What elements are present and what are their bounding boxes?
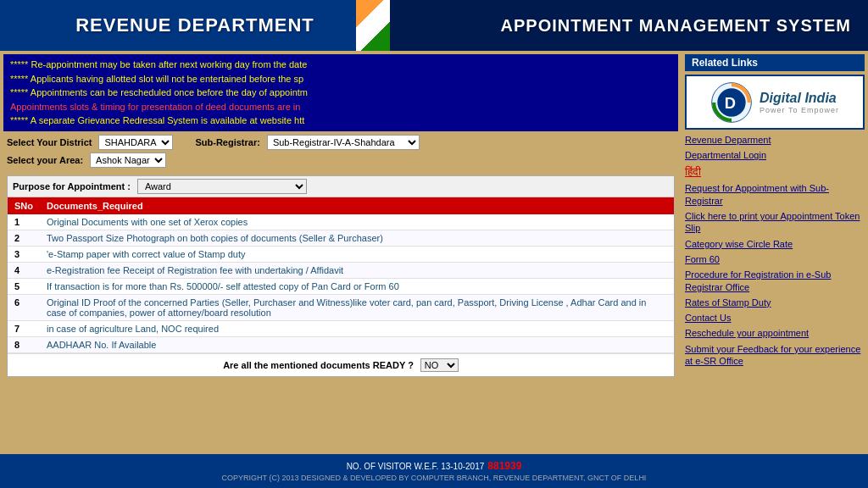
sidebar-link-5[interactable]: Category wise Circle Rate [685, 237, 865, 251]
form-row-district: Select Your District SHAHDARA Sub-Regist… [7, 135, 675, 150]
notice-bar: ***** Re-appointment may be taken after … [3, 54, 678, 131]
docs-table: SNo Documents_Required 1Original Documen… [8, 197, 674, 353]
sidebar-link-1[interactable]: Departmental Login [685, 148, 865, 162]
sidebar-link-8[interactable]: Rates of Stamp Duty [685, 296, 865, 309]
sidebar-link-0[interactable]: Revenue Deparment [685, 133, 865, 147]
sub-registrar-label: Sub-Registrar: [195, 137, 259, 147]
row-sno: 4 [8, 262, 40, 278]
sidebar-link-4[interactable]: Click here to print your Appointment Tok… [685, 209, 865, 236]
form-row-area: Select your Area: Ashok Nagar [7, 152, 675, 168]
row-sno: 7 [8, 320, 40, 336]
row-sno: 2 [8, 230, 40, 246]
sidebar-link-7[interactable]: Procedure for Registration in e-Sub Regi… [685, 268, 865, 294]
footer-copyright: COPYRIGHT (C) 2013 DESIGNED & DEVELOPED … [222, 474, 647, 482]
form-area: Select Your District SHAHDARA Sub-Regist… [3, 133, 678, 172]
digital-india-name: Digital India [760, 91, 837, 106]
header-left: REVENUE DEPARTMENT [0, 0, 390, 51]
notice-line-3: ***** Appointments can be rescheduled on… [10, 86, 671, 100]
visitor-label: NO. OF VISITOR W.E.F. 13-10-2017 [347, 462, 485, 471]
row-sno: 1 [8, 214, 40, 230]
row-doc: Original ID Proof of the concerned Parti… [40, 294, 674, 320]
table-row: 1Original Documents with one set of Xero… [8, 214, 674, 230]
row-doc: 'e-Stamp paper with correct value of Sta… [40, 246, 674, 262]
table-row: 8AADHAAR No. If Available [8, 336, 674, 352]
row-sno: 8 [8, 336, 40, 352]
district-label: Select Your District [7, 137, 92, 147]
table-header-row: SNo Documents_Required [8, 197, 674, 214]
sidebar-link-11[interactable]: Submit your Feedback for your experience… [685, 342, 865, 369]
footer-visitor: NO. OF VISITOR W.E.F. 13-10-2017 881939 [347, 460, 522, 472]
notice-line-4: Appointments slots & timing for presenta… [10, 100, 671, 114]
main-layout: ***** Re-appointment may be taken after … [0, 51, 868, 454]
district-select[interactable]: SHAHDARA [98, 135, 173, 150]
header-right: APPOINTMENT MANAGEMENT SYSTEM [390, 0, 868, 51]
purpose-label: Purpose for Appointment : [13, 181, 131, 191]
ready-row: Are all the mentioned documents READY ? … [8, 353, 674, 376]
header-right-title: APPOINTMENT MANAGEMENT SYSTEM [501, 16, 851, 36]
content-area: ***** Re-appointment may be taken after … [0, 51, 682, 454]
sidebar-link-6[interactable]: Form 60 [685, 252, 865, 266]
sidebar-link-3[interactable]: Request for Appointment with Sub-Registr… [685, 181, 865, 208]
area-label: Select your Area: [7, 155, 83, 165]
ready-select[interactable]: NO YES [420, 358, 459, 372]
notice-line-1: ***** Re-appointment may be taken after … [10, 58, 671, 72]
purpose-row: Purpose for Appointment : Award [8, 176, 674, 197]
col-docs: Documents_Required [40, 197, 674, 214]
table-row: 7in case of agriculture Land, NOC requir… [8, 320, 674, 336]
row-sno: 6 [8, 294, 40, 320]
sidebar-link-9[interactable]: Contact Us [685, 311, 865, 324]
visitor-count: 881939 [487, 460, 521, 472]
row-doc: If transaction is for more than Rs. 5000… [40, 278, 674, 294]
related-links-header: Related Links [685, 54, 865, 71]
digital-india-text: Digital India Power To Empower [760, 91, 839, 114]
footer: NO. OF VISITOR W.E.F. 13-10-2017 881939 … [0, 454, 868, 488]
sub-registrar-select[interactable]: Sub-Registrar-IV-A-Shahdara [267, 135, 420, 150]
digital-india-box: D Digital India Power To Empower [685, 75, 865, 130]
table-row: 4e-Registration fee Receipt of Registrat… [8, 262, 674, 278]
table-row: 3'e-Stamp paper with correct value of St… [8, 246, 674, 262]
notice-line-5: ***** A separate Grievance Redressal Sys… [10, 114, 671, 128]
table-row: 6Original ID Proof of the concerned Part… [8, 294, 674, 320]
row-doc: in case of agriculture Land, NOC require… [40, 320, 674, 336]
row-doc: AADHAAR No. If Available [40, 336, 674, 352]
header: REVENUE DEPARTMENT APPOINTMENT MANAGEMEN… [0, 0, 868, 51]
area-select[interactable]: Ashok Nagar [90, 152, 166, 168]
digital-india-logo: D [710, 81, 753, 124]
svg-text:D: D [725, 93, 736, 111]
digital-india-sub: Power To Empower [760, 106, 839, 114]
table-row: 5If transaction is for more than Rs. 500… [8, 278, 674, 294]
docs-section: Purpose for Appointment : Award SNo Docu… [7, 175, 675, 377]
sidebar-links: Revenue DeparmentDepartmental Loginहिंदी… [685, 133, 865, 368]
ready-label: Are all the mentioned documents READY ? [223, 360, 414, 370]
purpose-select[interactable]: Award [137, 179, 307, 194]
row-doc: e-Registration fee Receipt of Registrati… [40, 262, 674, 278]
notice-line-2: ***** Applicants having allotted slot wi… [10, 72, 671, 86]
header-left-title: REVENUE DEPARTMENT [75, 14, 314, 36]
row-sno: 3 [8, 246, 40, 262]
row-doc: Two Passport Size Photograph on both cop… [40, 230, 674, 246]
sidebar: Related Links D Digital India Power To E… [682, 51, 868, 454]
sidebar-link-10[interactable]: Reschedule your appointment [685, 326, 865, 340]
row-doc: Original Documents with one set of Xerox… [40, 214, 674, 230]
sidebar-link-2[interactable]: हिंदी [685, 164, 865, 180]
table-row: 2Two Passport Size Photograph on both co… [8, 230, 674, 246]
col-sno: SNo [8, 197, 40, 214]
row-sno: 5 [8, 278, 40, 294]
